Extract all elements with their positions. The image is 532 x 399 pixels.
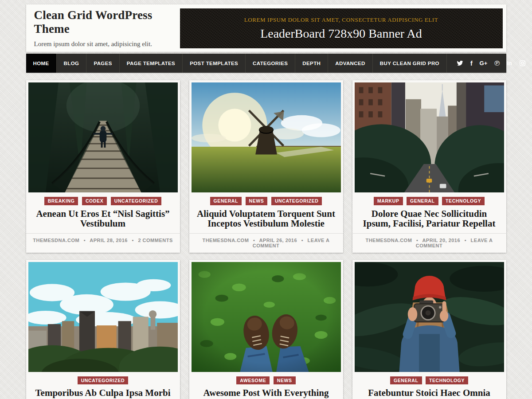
category-badges: AWESOME NEWS bbox=[192, 376, 341, 385]
category-badge[interactable]: TECHNOLOGY bbox=[426, 376, 468, 385]
post-thumbnail-forest-suspension-bridge[interactable] bbox=[28, 82, 178, 192]
site-tagline: Lorem ipsum dolor sit amet, adipisicing … bbox=[34, 40, 180, 48]
post-thumbnail-photographer[interactable] bbox=[355, 262, 504, 372]
instagram-icon[interactable] bbox=[519, 60, 526, 66]
nav-item-buy-clean-grid-pro[interactable]: BUY CLEAN GRID PRO bbox=[372, 54, 446, 73]
category-badge[interactable]: GENERAL bbox=[407, 197, 438, 205]
nav-item-pages[interactable]: PAGES bbox=[86, 54, 119, 73]
post-author[interactable]: THEMESDNA.COM bbox=[33, 238, 79, 243]
site-branding: Clean Grid WordPress Theme Lorem ipsum d… bbox=[31, 8, 180, 48]
meta-separator: • bbox=[465, 238, 466, 243]
post-date: APRIL 20, 2016 bbox=[422, 238, 460, 243]
nav-item-home[interactable]: HOME bbox=[26, 54, 56, 73]
post-card: AWESOME NEWS Awesome Post With Everythin… bbox=[189, 260, 343, 399]
category-badges: BREAKING CODEX UNCATEGORIZED bbox=[28, 197, 178, 205]
page-container: Clean Grid WordPress Theme Lorem ipsum d… bbox=[26, 4, 506, 399]
linkedin-icon[interactable]: in bbox=[507, 60, 512, 66]
post-title[interactable]: Fatebuntur Stoici Haec Omnia Dicta Esse … bbox=[359, 388, 500, 399]
meta-separator: • bbox=[253, 238, 255, 243]
category-badge[interactable]: CODEX bbox=[82, 197, 107, 205]
post-title[interactable]: Temporibus Ab Culpa Ipsa Morbi Auctor bbox=[33, 388, 173, 399]
post-author[interactable]: THEMESDNA.COM bbox=[365, 238, 412, 243]
category-badge[interactable]: UNCATEGORIZED bbox=[78, 376, 129, 385]
banner-ad-title: LeaderBoard 728x90 Banner Ad bbox=[180, 27, 503, 41]
post-comments[interactable]: 2 COMMENTS bbox=[138, 238, 172, 243]
meta-separator: • bbox=[416, 238, 418, 243]
nav-item-categories[interactable]: CATEGORIES bbox=[245, 54, 295, 73]
leaderboard-banner-ad[interactable]: LOREM IPSUM DOLOR SIT AMET, CONSECTETUR … bbox=[180, 8, 503, 48]
nav-item-post-templates[interactable]: POST TEMPLATES bbox=[182, 54, 245, 73]
category-badges: UNCATEGORIZED bbox=[28, 376, 178, 385]
post-card: GENERAL TECHNOLOGY Fatebuntur Stoici Hae… bbox=[352, 260, 506, 399]
category-badges: MARKUP GENERAL TECHNOLOGY bbox=[355, 197, 504, 205]
category-badge[interactable]: GENERAL bbox=[210, 197, 242, 205]
meta-separator: • bbox=[84, 238, 86, 243]
post-title[interactable]: Awesome Post With Everything With It bbox=[196, 388, 336, 399]
post-grid: BREAKING CODEX UNCATEGORIZED Aenean Ut E… bbox=[26, 80, 506, 399]
post-title[interactable]: Aliquid Voluptatem Torquent Sunt Incepto… bbox=[196, 209, 336, 229]
category-badge[interactable]: TECHNOLOGY bbox=[442, 197, 485, 205]
post-thumbnail-city-street[interactable] bbox=[355, 82, 504, 192]
post-author[interactable]: THEMESDNA.COM bbox=[202, 238, 249, 243]
pinterest-icon[interactable]: ℗ bbox=[494, 60, 500, 67]
nav-item-depth[interactable]: DEPTH bbox=[295, 54, 328, 73]
nav-item-advanced[interactable]: ADVANCED bbox=[328, 54, 372, 73]
post-date: APRIL 28, 2016 bbox=[90, 238, 128, 243]
post-title[interactable]: Dolore Quae Nec Sollicitudin Ipsum, Faci… bbox=[359, 209, 500, 229]
site-header: Clean Grid WordPress Theme Lorem ipsum d… bbox=[26, 4, 506, 52]
post-thumbnail-city-skyline[interactable] bbox=[28, 262, 178, 372]
category-badges: GENERAL TECHNOLOGY bbox=[355, 376, 504, 385]
category-badge[interactable]: MARKUP bbox=[374, 197, 403, 205]
post-thumbnail-windmill-field[interactable] bbox=[192, 82, 341, 192]
post-card: MARKUP GENERAL TECHNOLOGY Dolore Quae Ne… bbox=[352, 80, 506, 253]
nav-item-page-templates[interactable]: PAGE TEMPLATES bbox=[119, 54, 182, 73]
meta-separator: • bbox=[132, 238, 133, 243]
twitter-icon[interactable] bbox=[457, 60, 463, 66]
category-badge[interactable]: GENERAL bbox=[390, 376, 422, 385]
nav-item-blog[interactable]: BLOG bbox=[56, 54, 86, 73]
main-nav: HOME BLOG PAGES PAGE TEMPLATES POST TEMP… bbox=[26, 54, 506, 73]
post-meta: THEMESDNA.COM • APRIL 28, 2016 • 2 COMME… bbox=[26, 233, 180, 247]
site-title[interactable]: Clean Grid WordPress Theme bbox=[34, 8, 180, 36]
category-badge[interactable]: BREAKING bbox=[44, 197, 78, 205]
category-badge[interactable]: UNCATEGORIZED bbox=[111, 197, 162, 205]
post-thumbnail-boots-on-grass[interactable] bbox=[192, 262, 341, 372]
social-icons-bar: f G+ ℗ in bbox=[446, 54, 532, 73]
post-title[interactable]: Aenean Ut Eros Et “Nisl Sagittis” Vestib… bbox=[33, 209, 173, 229]
banner-ad-subtitle: LOREM IPSUM DOLOR SIT AMET, CONSECTETUR … bbox=[180, 8, 503, 23]
category-badge[interactable]: UNCATEGORIZED bbox=[271, 197, 322, 205]
facebook-icon[interactable]: f bbox=[470, 60, 473, 66]
category-badge[interactable]: NEWS bbox=[246, 197, 268, 205]
category-badge[interactable]: AWESOME bbox=[236, 376, 270, 385]
post-card: UNCATEGORIZED Temporibus Ab Culpa Ipsa M… bbox=[26, 260, 180, 399]
post-meta: THEMESDNA.COM • APRIL 20, 2016 • LEAVE A… bbox=[352, 233, 506, 253]
meta-separator: • bbox=[301, 238, 303, 243]
post-card: GENERAL NEWS UNCATEGORIZED Aliquid Volup… bbox=[189, 80, 343, 253]
post-meta: THEMESDNA.COM • APRIL 26, 2016 • LEAVE A… bbox=[189, 233, 343, 253]
google-plus-icon[interactable]: G+ bbox=[480, 60, 488, 66]
post-date: APRIL 26, 2016 bbox=[259, 238, 297, 243]
post-card: BREAKING CODEX UNCATEGORIZED Aenean Ut E… bbox=[26, 80, 180, 253]
category-badge[interactable]: NEWS bbox=[274, 376, 296, 385]
category-badges: GENERAL NEWS UNCATEGORIZED bbox=[192, 197, 341, 205]
